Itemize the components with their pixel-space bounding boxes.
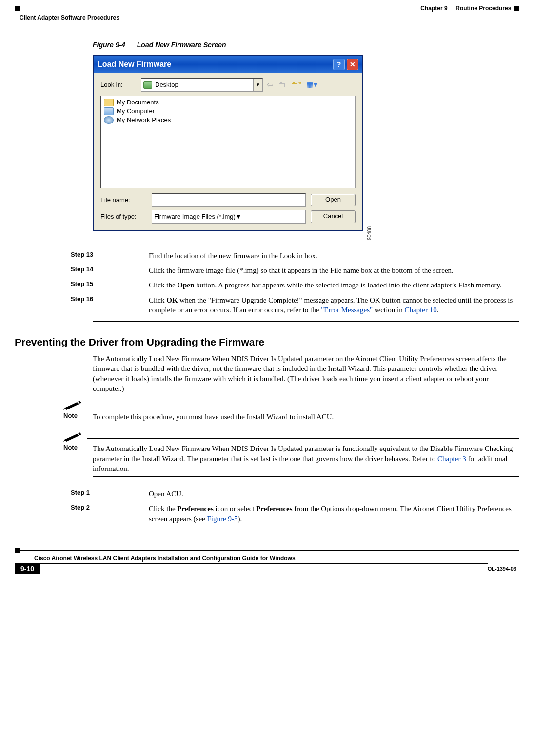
network-icon xyxy=(104,116,114,124)
open-button[interactable]: Open xyxy=(311,194,356,206)
file-name-label: File name: xyxy=(100,196,147,204)
section-title: Client Adapter Software Procedures xyxy=(20,14,119,21)
link-chapter-10[interactable]: Chapter 10 xyxy=(405,306,437,314)
figure-number: Figure 9-4 xyxy=(93,41,125,49)
step-label: Step 1 xyxy=(15,489,149,499)
chapter-label: Chapter 9 xyxy=(420,5,447,12)
dialog-titlebar: Load New Firmware ? ✕ xyxy=(94,56,362,73)
cancel-button[interactable]: Cancel xyxy=(311,210,356,223)
list-item[interactable]: My Computer xyxy=(103,107,353,116)
look-in-value: Desktop xyxy=(155,81,178,88)
file-type-label: Files of type: xyxy=(100,213,147,220)
page-header: Chapter 9 Routine Procedures xyxy=(15,5,519,13)
step-text: Click OK when the "Firmware Upgrade Comp… xyxy=(149,295,519,315)
item-label: My Network Places xyxy=(117,116,171,123)
folder-icon xyxy=(104,99,114,106)
step-text: Find the location of the new firmware in… xyxy=(149,251,519,261)
doc-id: OL-1394-06 xyxy=(488,566,519,572)
views-icon[interactable]: ▦▾ xyxy=(306,80,317,89)
step-text: Click the firmware image file (*.img) so… xyxy=(149,266,519,275)
dialog-screenshot: Load New Firmware ? ✕ Look in: Desktop ▼ xyxy=(93,55,363,231)
close-button[interactable]: ✕ xyxy=(347,59,358,70)
look-in-combo[interactable]: Desktop ▼ xyxy=(141,78,263,92)
desktop-icon xyxy=(143,81,152,89)
step-label: Step 14 xyxy=(15,266,149,275)
file-list[interactable]: My Documents My Computer My Network Plac… xyxy=(100,96,356,188)
note-icon xyxy=(63,432,83,442)
list-item[interactable]: My Network Places xyxy=(103,116,353,124)
file-type-combo[interactable]: Firmware Image Files (*.img) ▼ xyxy=(152,210,306,224)
figure-title: Load New Firmware Screen xyxy=(137,41,226,49)
section-paragraph: The Automatically Load New Firmware When… xyxy=(93,354,519,393)
computer-icon xyxy=(104,107,114,115)
step-label: Step 16 xyxy=(15,295,149,315)
section-heading: Preventing the Driver from Upgrading the… xyxy=(15,336,519,348)
page-number: 9-10 xyxy=(15,563,40,574)
note-block: Note To complete this procedure, you mus… xyxy=(63,400,519,425)
list-item[interactable]: My Documents xyxy=(103,98,353,107)
note-text: The Automatically Load New Firmware When… xyxy=(93,444,519,473)
help-button[interactable]: ? xyxy=(333,59,345,70)
new-folder-icon[interactable]: 🗀* xyxy=(291,81,301,89)
link-chapter-3[interactable]: Chapter 3 xyxy=(437,455,466,463)
dropdown-icon[interactable]: ▼ xyxy=(253,79,262,91)
note-text: To complete this procedure, you must hav… xyxy=(93,412,519,422)
note-block: Note The Automatically Load New Firmware… xyxy=(63,432,519,477)
note-label: Note xyxy=(63,444,93,473)
back-icon[interactable]: ⇦ xyxy=(267,80,273,89)
look-in-label: Look in: xyxy=(100,81,137,88)
file-name-input[interactable] xyxy=(152,193,306,207)
item-label: My Documents xyxy=(117,99,159,106)
figure-side-label: 90488 xyxy=(367,226,372,240)
note-icon xyxy=(63,400,83,410)
page-footer: Cisco Aironet Wireless LAN Client Adapte… xyxy=(15,548,519,574)
step-text: Click the Open button. A progress bar ap… xyxy=(149,280,519,290)
figure-caption: Figure 9-4 Load New Firmware Screen xyxy=(93,41,519,49)
step-label: Step 2 xyxy=(15,504,149,524)
step-label: Step 13 xyxy=(15,251,149,261)
step-text: Click the Preferences icon or select Pre… xyxy=(149,504,519,524)
note-label: Note xyxy=(63,412,93,422)
dialog-title: Load New Firmware xyxy=(98,60,171,69)
footer-book-title: Cisco Aironet Wireless LAN Client Adapte… xyxy=(15,553,519,563)
step-text: Open ACU. xyxy=(149,489,519,499)
link-figure-9-5[interactable]: Figure 9-5 xyxy=(207,515,238,523)
up-icon[interactable]: 🗀 xyxy=(278,81,286,89)
dropdown-icon[interactable]: ▼ xyxy=(236,213,242,220)
link-error-messages[interactable]: "Error Messages" xyxy=(321,306,373,314)
step-label: Step 15 xyxy=(15,280,149,290)
chapter-title: Routine Procedures xyxy=(455,5,511,12)
item-label: My Computer xyxy=(117,107,155,115)
